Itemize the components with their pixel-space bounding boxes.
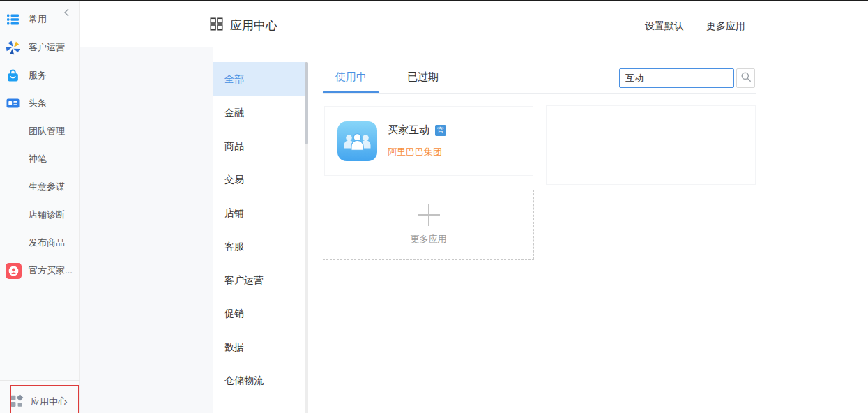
grid-icon — [210, 17, 223, 33]
pinwheel-icon — [6, 39, 24, 56]
main-sidebar: 常用 客户运营 — [0, 1, 80, 413]
official-badge: 官 — [435, 125, 446, 136]
chat-window-app-icon — [564, 121, 604, 161]
sidebar-item-label: 常用 — [29, 13, 47, 26]
collapse-sidebar-icon[interactable] — [61, 7, 73, 18]
search-input[interactable] — [619, 68, 734, 88]
app-vendor-link[interactable]: 阿里巴巴集团 — [614, 146, 683, 158]
text-cursor — [644, 73, 644, 84]
sidebar-item-magic-pen[interactable]: 神笔 — [0, 145, 79, 173]
app-name: 买家互动 — [388, 123, 429, 137]
plus-icon — [418, 204, 440, 226]
tab-in-use[interactable]: 使用中 — [323, 62, 379, 93]
official-badge: 官 — [672, 125, 683, 136]
sidebar-item-official-buyer[interactable]: 官方买家... — [0, 257, 79, 285]
search-icon — [740, 71, 752, 85]
more-apps-button[interactable]: 更多应用 — [706, 20, 745, 33]
sidebar-item-service[interactable]: 服务 — [0, 61, 79, 89]
category-finance[interactable]: 金融 — [213, 96, 305, 129]
sidebar-item-label: 应用中心 — [31, 396, 67, 408]
category-customer-service[interactable]: 客服 — [213, 230, 305, 263]
app-tabs: 使用中 已过期 — [323, 62, 451, 93]
more-apps-label: 更多应用 — [411, 233, 447, 246]
category-trade[interactable]: 交易 — [213, 163, 305, 196]
category-goods[interactable]: 商品 — [213, 129, 305, 163]
page-title: 应用中心 — [230, 17, 277, 33]
sidebar-divider — [0, 380, 80, 381]
sidebar-item-business-advisor[interactable]: 生意参谋 — [0, 173, 79, 201]
sidebar-item-label: 生意参谋 — [29, 181, 65, 193]
mascot-icon — [6, 262, 24, 279]
category-list: 全部 金融 商品 交易 店铺 客服 客户运营 促销 数据 仓储物流 — [213, 62, 305, 413]
app-name: 互动服务窗 — [614, 123, 667, 137]
sidebar-item-shop-diagnosis[interactable]: 店铺诊断 — [0, 201, 79, 229]
sidebar-item-team-management[interactable]: 团队管理 — [0, 117, 79, 145]
category-customer-ops[interactable]: 客户运营 — [213, 263, 305, 296]
people-app-icon — [337, 121, 377, 161]
sidebar-item-label: 头条 — [29, 97, 47, 110]
sidebar-item-publish-product[interactable]: 发布商品 — [0, 229, 79, 257]
sidebar-item-label: 神笔 — [29, 153, 47, 165]
sidebar-item-label: 店铺诊断 — [29, 209, 65, 221]
tabs-divider — [323, 93, 756, 94]
category-shop[interactable]: 店铺 — [213, 196, 305, 230]
bag-icon — [6, 67, 24, 84]
set-default-button[interactable]: 设置默认 — [645, 20, 684, 33]
tab-expired[interactable]: 已过期 — [395, 62, 451, 93]
app-vendor-link[interactable]: 阿里巴巴集团 — [388, 146, 446, 158]
app-card-interactive-service-window[interactable]: 互动服务窗 官 阿里巴巴集团 — [551, 106, 751, 176]
sidebar-item-customer-ops[interactable]: 客户运营 — [0, 33, 79, 61]
category-data[interactable]: 数据 — [213, 330, 305, 363]
page-title-wrap: 应用中心 — [210, 17, 277, 33]
list-icon — [6, 11, 24, 28]
app-center-icon — [9, 393, 24, 411]
category-warehouse-logistics[interactable]: 仓储物流 — [213, 363, 305, 397]
sidebar-nav: 常用 客户运营 — [0, 1, 79, 285]
app-center-window: 常用 客户运营 — [0, 0, 868, 413]
sidebar-item-label: 官方买家... — [29, 264, 73, 277]
sidebar-item-label: 客户运营 — [29, 41, 65, 54]
sidebar-item-label: 团队管理 — [29, 125, 65, 137]
sidebar-item-app-center[interactable]: 应用中心 — [0, 389, 80, 413]
sidebar-item-headlines[interactable]: 头条 — [0, 89, 79, 117]
category-promotion[interactable]: 促销 — [213, 296, 305, 330]
sidebar-item-label: 发布商品 — [29, 236, 65, 249]
pin-icon[interactable] — [724, 118, 739, 133]
content-left-gutter — [80, 47, 213, 413]
search-button[interactable] — [736, 68, 755, 88]
sidebar-item-label: 服务 — [29, 69, 47, 82]
category-all[interactable]: 全部 — [213, 62, 305, 96]
app-card-buyer-interaction[interactable]: 买家互动 官 阿里巴巴集团 — [324, 106, 533, 176]
more-apps-card[interactable]: 更多应用 — [323, 190, 534, 260]
category-scrollbar-thumb[interactable] — [305, 62, 308, 144]
page-header: 应用中心 设置默认 更多应用 — [80, 1, 868, 47]
news-card-icon — [6, 95, 24, 112]
category-scrollbar[interactable] — [305, 62, 308, 413]
